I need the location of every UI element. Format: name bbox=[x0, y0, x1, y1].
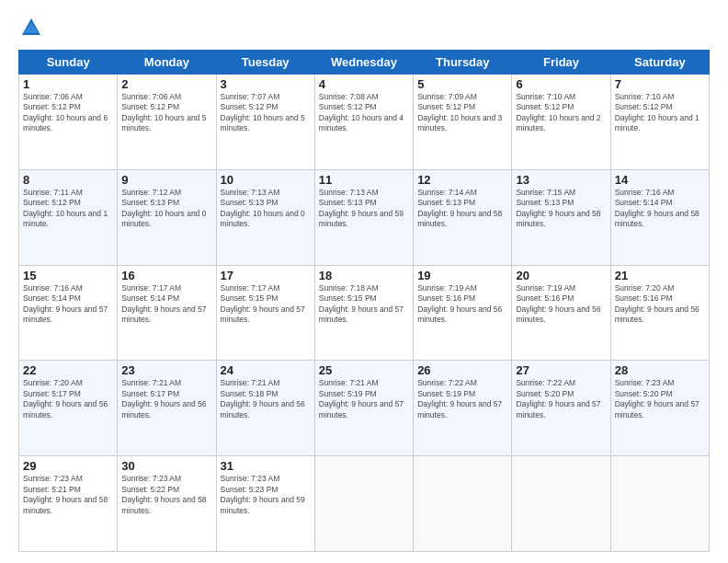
day-info: Sunrise: 7:20 AM Sunset: 5:17 PM Dayligh… bbox=[23, 378, 113, 420]
calendar-cell bbox=[512, 456, 610, 552]
calendar-cell: 18 Sunrise: 7:18 AM Sunset: 5:15 PM Dayl… bbox=[314, 265, 413, 361]
header bbox=[18, 15, 710, 40]
calendar-cell: 29 Sunrise: 7:23 AM Sunset: 5:21 PM Dayl… bbox=[19, 456, 118, 552]
calendar-cell: 12 Sunrise: 7:14 AM Sunset: 5:13 PM Dayl… bbox=[414, 169, 512, 265]
calendar-cell: 31 Sunrise: 7:23 AM Sunset: 5:23 PM Dayl… bbox=[216, 456, 314, 552]
day-info: Sunrise: 7:23 AM Sunset: 5:23 PM Dayligh… bbox=[221, 474, 311, 516]
weekday-header-thursday: Thursday bbox=[414, 51, 512, 75]
day-info: Sunrise: 7:22 AM Sunset: 5:20 PM Dayligh… bbox=[516, 378, 606, 420]
day-info: Sunrise: 7:16 AM Sunset: 5:14 PM Dayligh… bbox=[615, 188, 705, 230]
day-info: Sunrise: 7:21 AM Sunset: 5:19 PM Dayligh… bbox=[319, 378, 409, 420]
day-number: 16 bbox=[121, 269, 211, 282]
calendar-cell: 26 Sunrise: 7:22 AM Sunset: 5:19 PM Dayl… bbox=[414, 361, 512, 456]
day-info: Sunrise: 7:12 AM Sunset: 5:13 PM Dayligh… bbox=[121, 188, 211, 230]
day-info: Sunrise: 7:19 AM Sunset: 5:16 PM Dayligh… bbox=[417, 283, 507, 326]
calendar-cell: 7 Sunrise: 7:10 AM Sunset: 5:12 PM Dayli… bbox=[610, 75, 709, 170]
day-number: 8 bbox=[23, 173, 113, 187]
calendar-cell: 9 Sunrise: 7:12 AM Sunset: 5:13 PM Dayli… bbox=[118, 169, 216, 265]
day-info: Sunrise: 7:17 AM Sunset: 5:14 PM Dayligh… bbox=[121, 283, 211, 326]
day-number: 11 bbox=[319, 173, 409, 187]
day-info: Sunrise: 7:23 AM Sunset: 5:20 PM Dayligh… bbox=[615, 378, 705, 420]
day-info: Sunrise: 7:23 AM Sunset: 5:21 PM Dayligh… bbox=[23, 474, 113, 516]
day-number: 12 bbox=[417, 173, 507, 187]
calendar-cell: 15 Sunrise: 7:16 AM Sunset: 5:14 PM Dayl… bbox=[19, 265, 118, 361]
day-number: 29 bbox=[23, 459, 113, 473]
calendar-cell: 4 Sunrise: 7:08 AM Sunset: 5:12 PM Dayli… bbox=[314, 75, 413, 170]
day-info: Sunrise: 7:06 AM Sunset: 5:12 PM Dayligh… bbox=[23, 92, 113, 134]
day-info: Sunrise: 7:08 AM Sunset: 5:12 PM Dayligh… bbox=[319, 92, 409, 134]
day-info: Sunrise: 7:20 AM Sunset: 5:16 PM Dayligh… bbox=[615, 283, 705, 326]
page: SundayMondayTuesdayWednesdayThursdayFrid… bbox=[0, 0, 728, 563]
day-info: Sunrise: 7:10 AM Sunset: 5:12 PM Dayligh… bbox=[615, 92, 705, 134]
day-info: Sunrise: 7:21 AM Sunset: 5:17 PM Dayligh… bbox=[121, 378, 211, 420]
day-info: Sunrise: 7:15 AM Sunset: 5:13 PM Dayligh… bbox=[516, 188, 606, 230]
calendar-cell: 19 Sunrise: 7:19 AM Sunset: 5:16 PM Dayl… bbox=[414, 265, 512, 361]
day-number: 22 bbox=[23, 363, 113, 377]
day-number: 25 bbox=[319, 363, 409, 377]
day-info: Sunrise: 7:16 AM Sunset: 5:14 PM Dayligh… bbox=[23, 283, 113, 326]
day-number: 31 bbox=[221, 459, 311, 473]
day-number: 17 bbox=[221, 269, 311, 282]
day-number: 21 bbox=[615, 269, 705, 282]
calendar-cell: 8 Sunrise: 7:11 AM Sunset: 5:12 PM Dayli… bbox=[19, 169, 118, 265]
day-info: Sunrise: 7:09 AM Sunset: 5:12 PM Dayligh… bbox=[417, 92, 507, 134]
day-number: 23 bbox=[121, 363, 211, 377]
calendar-cell: 17 Sunrise: 7:17 AM Sunset: 5:15 PM Dayl… bbox=[216, 265, 314, 361]
calendar-table: SundayMondayTuesdayWednesdayThursdayFrid… bbox=[18, 50, 710, 552]
calendar-cell: 11 Sunrise: 7:13 AM Sunset: 5:13 PM Dayl… bbox=[314, 169, 413, 265]
day-number: 13 bbox=[516, 173, 606, 187]
calendar-cell bbox=[314, 456, 413, 552]
day-number: 24 bbox=[221, 363, 311, 377]
day-info: Sunrise: 7:10 AM Sunset: 5:12 PM Dayligh… bbox=[516, 92, 606, 134]
weekday-header-friday: Friday bbox=[512, 51, 610, 75]
weekday-header-sunday: Sunday bbox=[19, 51, 118, 75]
calendar-cell: 25 Sunrise: 7:21 AM Sunset: 5:19 PM Dayl… bbox=[314, 361, 413, 456]
weekday-header-tuesday: Tuesday bbox=[216, 51, 314, 75]
day-number: 14 bbox=[615, 173, 705, 187]
calendar-cell: 2 Sunrise: 7:06 AM Sunset: 5:12 PM Dayli… bbox=[118, 75, 216, 170]
calendar-cell: 24 Sunrise: 7:21 AM Sunset: 5:18 PM Dayl… bbox=[216, 361, 314, 456]
day-number: 1 bbox=[23, 77, 113, 91]
weekday-header-monday: Monday bbox=[118, 51, 216, 75]
day-info: Sunrise: 7:19 AM Sunset: 5:16 PM Dayligh… bbox=[516, 283, 606, 326]
calendar-cell: 3 Sunrise: 7:07 AM Sunset: 5:12 PM Dayli… bbox=[216, 75, 314, 170]
day-info: Sunrise: 7:22 AM Sunset: 5:19 PM Dayligh… bbox=[417, 378, 507, 420]
logo bbox=[18, 15, 48, 40]
day-info: Sunrise: 7:23 AM Sunset: 5:22 PM Dayligh… bbox=[121, 474, 211, 516]
calendar-cell: 16 Sunrise: 7:17 AM Sunset: 5:14 PM Dayl… bbox=[118, 265, 216, 361]
day-number: 18 bbox=[319, 269, 409, 282]
day-info: Sunrise: 7:07 AM Sunset: 5:12 PM Dayligh… bbox=[221, 92, 311, 134]
calendar-cell: 21 Sunrise: 7:20 AM Sunset: 5:16 PM Dayl… bbox=[610, 265, 709, 361]
day-number: 26 bbox=[417, 363, 507, 377]
day-number: 15 bbox=[23, 269, 113, 282]
day-number: 9 bbox=[121, 173, 211, 187]
calendar-cell: 28 Sunrise: 7:23 AM Sunset: 5:20 PM Dayl… bbox=[610, 361, 709, 456]
calendar-cell: 13 Sunrise: 7:15 AM Sunset: 5:13 PM Dayl… bbox=[512, 169, 610, 265]
day-info: Sunrise: 7:13 AM Sunset: 5:13 PM Dayligh… bbox=[221, 188, 311, 230]
day-number: 6 bbox=[516, 77, 606, 91]
day-number: 10 bbox=[221, 173, 311, 187]
weekday-header-saturday: Saturday bbox=[610, 51, 709, 75]
day-info: Sunrise: 7:17 AM Sunset: 5:15 PM Dayligh… bbox=[221, 283, 311, 326]
calendar-cell: 27 Sunrise: 7:22 AM Sunset: 5:20 PM Dayl… bbox=[512, 361, 610, 456]
day-number: 27 bbox=[516, 363, 606, 377]
day-number: 20 bbox=[516, 269, 606, 282]
day-info: Sunrise: 7:13 AM Sunset: 5:13 PM Dayligh… bbox=[319, 188, 409, 230]
day-number: 28 bbox=[615, 363, 705, 377]
day-info: Sunrise: 7:18 AM Sunset: 5:15 PM Dayligh… bbox=[319, 283, 409, 326]
calendar-cell: 23 Sunrise: 7:21 AM Sunset: 5:17 PM Dayl… bbox=[118, 361, 216, 456]
day-number: 19 bbox=[417, 269, 507, 282]
calendar-cell: 30 Sunrise: 7:23 AM Sunset: 5:22 PM Dayl… bbox=[118, 456, 216, 552]
day-number: 4 bbox=[319, 77, 409, 91]
calendar-cell: 5 Sunrise: 7:09 AM Sunset: 5:12 PM Dayli… bbox=[414, 75, 512, 170]
calendar-cell bbox=[610, 456, 709, 552]
calendar-cell: 20 Sunrise: 7:19 AM Sunset: 5:16 PM Dayl… bbox=[512, 265, 610, 361]
calendar-cell bbox=[414, 456, 512, 552]
calendar-cell: 6 Sunrise: 7:10 AM Sunset: 5:12 PM Dayli… bbox=[512, 75, 610, 170]
day-number: 30 bbox=[121, 459, 211, 473]
calendar-cell: 14 Sunrise: 7:16 AM Sunset: 5:14 PM Dayl… bbox=[610, 169, 709, 265]
weekday-header-wednesday: Wednesday bbox=[314, 51, 413, 75]
svg-marker-1 bbox=[24, 22, 39, 33]
day-number: 7 bbox=[615, 77, 705, 91]
day-info: Sunrise: 7:21 AM Sunset: 5:18 PM Dayligh… bbox=[221, 378, 311, 420]
